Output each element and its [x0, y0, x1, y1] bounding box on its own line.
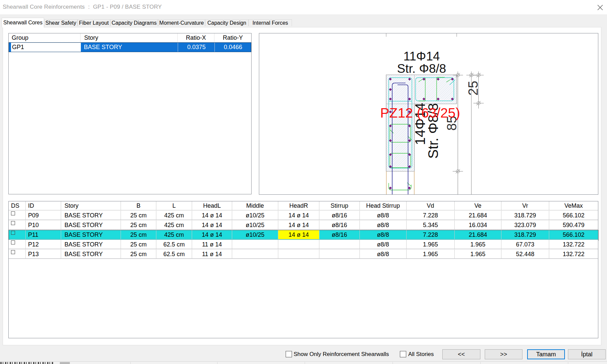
show-only-reinforcement-label: Show Only Reinforcement Shearwalls: [294, 351, 389, 358]
cell-p13-headl: 11 ø 14: [192, 249, 232, 259]
cell-p13-b: 25 cm: [121, 249, 156, 259]
tab-shearwall-cores[interactable]: Shearwall Cores: [2, 18, 44, 27]
prev-button[interactable]: <<: [442, 349, 480, 359]
cell-p13-story: BASE STORY: [61, 249, 121, 259]
column-header-vr[interactable]: Vr: [501, 201, 549, 210]
column-header-ratio-y[interactable]: Ratio-Y: [214, 33, 251, 42]
tab-capacity-diagrams[interactable]: Capacity Diagrams: [110, 19, 158, 26]
cell-p12-id: P12: [26, 240, 61, 249]
tab-internal-forces[interactable]: Internal Forces: [249, 19, 292, 26]
cell-p10-headl: 14 ø 14: [192, 220, 232, 230]
column-header-vd[interactable]: Vd: [407, 201, 455, 210]
background-window-divider: [305, 362, 305, 364]
cell-p12-middle: [232, 240, 278, 249]
cell-p10-vd: 5.345: [407, 220, 455, 230]
column-header-group[interactable]: Group: [9, 33, 81, 42]
next-button[interactable]: >>: [485, 349, 522, 359]
tab-fiber-layout[interactable]: Fiber Layout: [78, 19, 110, 26]
row-checkbox-p12[interactable]: [11, 240, 15, 244]
column-header-ratio-x[interactable]: Ratio-X: [178, 33, 214, 42]
tab-moment-curvature[interactable]: Moment-Curvature: [158, 19, 205, 26]
table-row-p13[interactable]: P13BASE STORY25 cm62.5 cm11 ø 14ø8/81.96…: [9, 249, 598, 259]
cell-p13-vr: 52.448: [501, 249, 549, 259]
ok-button[interactable]: Tamam: [527, 349, 565, 359]
column-header-b[interactable]: B: [121, 201, 156, 210]
cell-p12-vemax: 132.722: [549, 240, 598, 249]
show-only-reinforcement-checkbox[interactable]: [286, 351, 292, 357]
group-row[interactable]: BASE STORY 0.0375 0.0466 GP1: [9, 42, 251, 52]
cell-p11-middle: ø10/25: [232, 230, 278, 239]
column-header-id[interactable]: ID: [26, 201, 61, 210]
cell-p13-id: P13: [26, 249, 61, 259]
cell-p09-headr: 14 ø 14: [278, 211, 319, 220]
tab-shear-safety[interactable]: Shear Safety: [44, 19, 78, 26]
cell-p09-head_stirrup: ø8/8: [360, 211, 407, 220]
cell-p12-headr: [278, 240, 319, 249]
cell-p11-ve: 21.684: [455, 230, 501, 239]
column-divider: [178, 43, 178, 52]
group-table-header: Group Story Ratio-X Ratio-Y: [9, 33, 251, 42]
cell-p09-middle: ø10/25: [232, 211, 278, 220]
group-table: Group Story Ratio-X Ratio-Y BASE STORY 0…: [8, 33, 252, 194]
cell-p10-b: 25 cm: [121, 220, 156, 230]
cell-p10-story: BASE STORY: [61, 220, 121, 230]
close-icon[interactable]: [595, 3, 605, 13]
cell-p11-stirrup: ø8/16: [319, 230, 360, 239]
cell-p12-vd: 1.965: [407, 240, 455, 249]
cell-p12-b: 25 cm: [121, 240, 156, 249]
cell-p13-ve: 1.965: [455, 249, 501, 259]
column-header-vemax[interactable]: VeMax: [549, 201, 598, 210]
cell-p11-head_stirrup: ø8/8: [360, 230, 407, 239]
column-header-headr[interactable]: HeadR: [278, 201, 319, 210]
cell-p11-ds: [9, 230, 26, 239]
cell-p13-head_stirrup: ø8/8: [360, 249, 407, 259]
group-row-group-editcell[interactable]: GP1: [11, 43, 81, 52]
cell-p10-head_stirrup: ø8/8: [360, 220, 407, 230]
column-header-head-stirrup[interactable]: Head Stirrup: [360, 201, 407, 210]
row-checkbox-p11[interactable]: [11, 231, 15, 235]
column-header-story[interactable]: Story: [61, 201, 121, 210]
group-row-story: BASE STORY: [84, 43, 178, 51]
all-stories-checkbox[interactable]: [400, 351, 406, 357]
cancel-button[interactable]: İptal: [568, 349, 606, 359]
group-row-ratio-x: 0.0375: [178, 43, 215, 51]
column-header-ve[interactable]: Ve: [455, 201, 501, 210]
cell-p11-vd: 7.228: [407, 230, 455, 239]
column-header-ds[interactable]: DS: [9, 201, 26, 210]
cell-p10-vemax: 590.479: [549, 220, 598, 230]
column-divider: [214, 43, 215, 52]
column-header-stirrup[interactable]: Stirrup: [319, 201, 360, 210]
cell-p12-stirrup: [319, 240, 360, 249]
cell-p10-ds: [9, 220, 26, 230]
group-row-ratio-y: 0.0466: [215, 43, 251, 51]
cell-p09-l: 425 cm: [156, 211, 192, 220]
row-checkbox-p09[interactable]: [11, 211, 15, 215]
cell-p11-vr: 318.729: [501, 230, 549, 239]
all-stories-label: All Stories: [408, 351, 434, 358]
label-wall-tag: PZ12 (63/25): [380, 105, 460, 121]
column-header-headl[interactable]: HeadL: [192, 201, 232, 210]
cell-p09-id: P09: [26, 211, 61, 220]
row-checkbox-p13[interactable]: [11, 250, 15, 254]
background-window-divider: [480, 362, 481, 364]
cell-p10-l: 425 cm: [156, 220, 192, 230]
row-checkbox-p10[interactable]: [11, 221, 15, 225]
wall-edges-tan: [387, 171, 415, 194]
cell-p09-vr: 318.729: [501, 211, 549, 220]
cell-p13-vemax: 132.722: [549, 249, 598, 259]
cell-p09-vemax: 566.102: [549, 211, 598, 220]
tab-capacity-design[interactable]: Capacity Design: [205, 19, 249, 26]
table-row-p11[interactable]: P11BASE STORY25 cm425 cm14 ø 14ø10/2514 …: [9, 230, 598, 240]
column-header-story[interactable]: Story: [81, 33, 178, 42]
table-row-p10[interactable]: P10BASE STORY25 cm425 cm14 ø 14ø10/2514 …: [9, 220, 598, 230]
background-window-divider: [568, 362, 568, 364]
table-row-p12[interactable]: P12BASE STORY25 cm62.5 cm11 ø 14ø8/81.96…: [9, 240, 598, 249]
cell-p11-vemax: 566.102: [549, 230, 598, 239]
column-header-l[interactable]: L: [156, 201, 192, 210]
table-row-p09[interactable]: P09BASE STORY25 cm425 cm14 ø 14ø10/2514 …: [9, 211, 598, 220]
cell-p09-stirrup: ø8/16: [319, 211, 360, 220]
background-window-fragment: [60, 362, 70, 364]
column-header-middle[interactable]: Middle: [232, 201, 278, 210]
shearwall-section-drawing: 11Φ14 Str. Φ8/8 14Φ14 Str. Φ8/8 85 25 PZ…: [259, 33, 598, 194]
cell-p10-vr: 323.079: [501, 220, 549, 230]
